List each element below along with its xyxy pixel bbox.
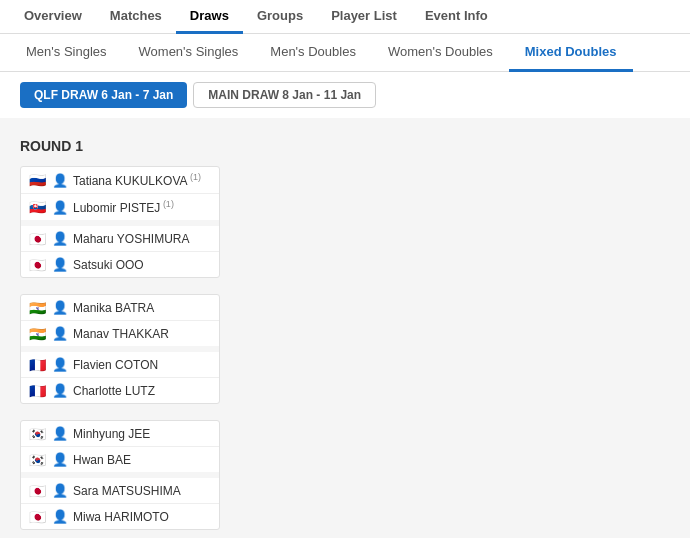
nav-item-overview[interactable]: Overview: [10, 0, 96, 34]
match-group: 🇰🇷👤Minhyung JEE🇰🇷👤Hwan BAE🇯🇵👤Sara MATSUS…: [20, 420, 220, 530]
match-pair: 🇯🇵👤Sara MATSUSHIMA🇯🇵👤Miwa HARIMOTO: [21, 478, 219, 529]
player-icon: 👤: [52, 452, 68, 467]
player-row[interactable]: 🇮🇳👤Manika BATRA: [21, 295, 219, 320]
flag-icon: 🇯🇵: [29, 511, 47, 523]
player-name: Lubomir PISTEJ (1): [73, 199, 174, 215]
player-name: Minhyung JEE: [73, 427, 150, 441]
player-row[interactable]: 🇯🇵👤Miwa HARIMOTO: [21, 503, 219, 529]
player-name: Manav THAKKAR: [73, 327, 169, 341]
draw-buttons-container: QLF DRAW 6 Jan - 7 Jan MAIN DRAW 8 Jan -…: [0, 72, 690, 118]
player-row[interactable]: 🇷🇺👤Tatiana KUKULKOVA (1): [21, 167, 219, 193]
player-row[interactable]: 🇮🇳👤Manav THAKKAR: [21, 320, 219, 346]
player-icon: 👤: [52, 300, 68, 315]
player-name: Maharu YOSHIMURA: [73, 232, 189, 246]
sub-nav-womens-singles[interactable]: Women's Singles: [123, 34, 255, 72]
player-name: Manika BATRA: [73, 301, 154, 315]
match-pair: 🇫🇷👤Flavien COTON🇫🇷👤Charlotte LUTZ: [21, 352, 219, 403]
nav-item-playerlist[interactable]: Player List: [317, 0, 411, 34]
player-icon: 👤: [52, 257, 68, 272]
match-pair: 🇰🇷👤Minhyung JEE🇰🇷👤Hwan BAE: [21, 421, 219, 472]
match-pair: 🇮🇳👤Manika BATRA🇮🇳👤Manav THAKKAR: [21, 295, 219, 346]
player-name: Flavien COTON: [73, 358, 158, 372]
player-icon: 👤: [52, 173, 68, 188]
player-icon: 👤: [52, 326, 68, 341]
flag-icon: 🇮🇳: [29, 302, 47, 314]
player-row[interactable]: 🇯🇵👤Maharu YOSHIMURA: [21, 226, 219, 251]
player-name: Charlotte LUTZ: [73, 384, 155, 398]
player-row[interactable]: 🇰🇷👤Hwan BAE: [21, 446, 219, 472]
sub-nav-mens-doubles[interactable]: Men's Doubles: [254, 34, 372, 72]
player-name: Tatiana KUKULKOVA (1): [73, 172, 201, 188]
flag-icon: 🇯🇵: [29, 485, 47, 497]
player-icon: 👤: [52, 426, 68, 441]
sub-navigation: Men's Singles Women's Singles Men's Doub…: [0, 34, 690, 72]
qlf-draw-button[interactable]: QLF DRAW 6 Jan - 7 Jan: [20, 82, 187, 108]
sub-nav-mixed-doubles[interactable]: Mixed Doubles: [509, 34, 633, 72]
player-icon: 👤: [52, 200, 68, 215]
player-name: Hwan BAE: [73, 453, 131, 467]
player-name: Satsuki OOO: [73, 258, 144, 272]
flag-icon: 🇫🇷: [29, 385, 47, 397]
nav-item-groups[interactable]: Groups: [243, 0, 317, 34]
flag-icon: 🇰🇷: [29, 428, 47, 440]
match-groups-container: 🇷🇺👤Tatiana KUKULKOVA (1)🇸🇰👤Lubomir PISTE…: [20, 166, 670, 538]
player-icon: 👤: [52, 383, 68, 398]
top-navigation: Overview Matches Draws Groups Player Lis…: [0, 0, 690, 34]
nav-item-matches[interactable]: Matches: [96, 0, 176, 34]
match-group: 🇷🇺👤Tatiana KUKULKOVA (1)🇸🇰👤Lubomir PISTE…: [20, 166, 220, 278]
nav-item-draws[interactable]: Draws: [176, 0, 243, 34]
player-row[interactable]: 🇰🇷👤Minhyung JEE: [21, 421, 219, 446]
flag-icon: 🇸🇰: [29, 201, 47, 213]
flag-icon: 🇫🇷: [29, 359, 47, 371]
sub-nav-mens-singles[interactable]: Men's Singles: [10, 34, 123, 72]
player-icon: 👤: [52, 231, 68, 246]
player-icon: 👤: [52, 509, 68, 524]
flag-icon: 🇯🇵: [29, 233, 47, 245]
player-row[interactable]: 🇯🇵👤Sara MATSUSHIMA: [21, 478, 219, 503]
main-draw-button[interactable]: MAIN DRAW 8 Jan - 11 Jan: [193, 82, 376, 108]
player-icon: 👤: [52, 357, 68, 372]
round-label: ROUND 1: [20, 138, 670, 154]
player-name: Sara MATSUSHIMA: [73, 484, 181, 498]
match-group: 🇮🇳👤Manika BATRA🇮🇳👤Manav THAKKAR🇫🇷👤Flavie…: [20, 294, 220, 404]
nav-item-eventinfo[interactable]: Event Info: [411, 0, 502, 34]
player-icon: 👤: [52, 483, 68, 498]
content-area: ROUND 1 🇷🇺👤Tatiana KUKULKOVA (1)🇸🇰👤Lubom…: [0, 118, 690, 538]
player-row[interactable]: 🇫🇷👤Flavien COTON: [21, 352, 219, 377]
flag-icon: 🇷🇺: [29, 174, 47, 186]
match-pair: 🇯🇵👤Maharu YOSHIMURA🇯🇵👤Satsuki OOO: [21, 226, 219, 277]
sub-nav-womens-doubles[interactable]: Women's Doubles: [372, 34, 509, 72]
player-row[interactable]: 🇸🇰👤Lubomir PISTEJ (1): [21, 193, 219, 220]
player-row[interactable]: 🇯🇵👤Satsuki OOO: [21, 251, 219, 277]
player-name: Miwa HARIMOTO: [73, 510, 169, 524]
match-pair: 🇷🇺👤Tatiana KUKULKOVA (1)🇸🇰👤Lubomir PISTE…: [21, 167, 219, 220]
flag-icon: 🇯🇵: [29, 259, 47, 271]
player-row[interactable]: 🇫🇷👤Charlotte LUTZ: [21, 377, 219, 403]
flag-icon: 🇰🇷: [29, 454, 47, 466]
flag-icon: 🇮🇳: [29, 328, 47, 340]
